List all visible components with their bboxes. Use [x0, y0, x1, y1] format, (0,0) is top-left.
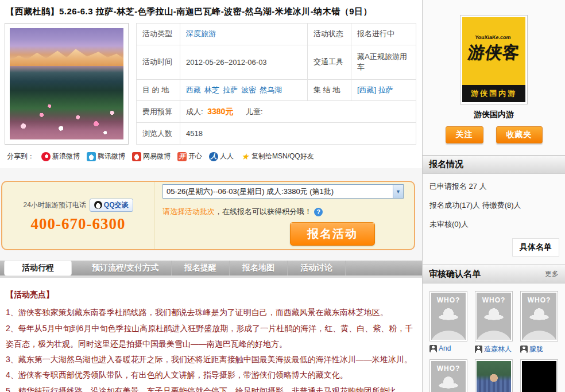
member-icon — [475, 346, 482, 353]
organizer-logo: YouXiaKe.com 游侠客 游侠国内游 — [462, 17, 525, 102]
destination-link[interactable]: 林芝 — [204, 86, 219, 94]
qq-chat-button[interactable]: QQ交谈 — [90, 199, 133, 212]
who-placeholder: WHO? — [431, 364, 466, 372]
organizer-logo-card[interactable]: YouXiaKe.com 游侠客 游侠国内游 — [460, 15, 528, 104]
member-avatar[interactable] — [520, 359, 558, 392]
share-renren[interactable]: 人人人 — [209, 152, 234, 161]
member-avatar[interactable] — [475, 359, 513, 392]
member-avatar[interactable]: WHO? — [520, 291, 558, 341]
signup-stats: 已申请报名 27 人 报名成功(17)人 待缴费(8)人 未审核(0)人 具体名… — [423, 174, 565, 265]
share-tencent-weibo[interactable]: 腾讯微博 — [87, 152, 125, 161]
kaixin-icon: 开 — [177, 152, 187, 161]
phone-number: 400-670-6300 — [2, 215, 154, 233]
highlight-item: 5、精华纯玩行摄线路，沿途如有美景，车子只要能停就会停下，给足时间摄影，非普通走… — [6, 383, 414, 392]
destination-link[interactable]: 拉萨 — [223, 86, 238, 94]
activity-time-label: 活动时间 — [137, 45, 180, 79]
gathering-place-link[interactable]: [西藏] 拉萨 — [357, 86, 393, 94]
member-card: 别来无恙 — [520, 359, 558, 392]
activity-time-value: 2012-05-26~2012-06-03 — [180, 45, 308, 79]
table-row: 目 的 地 西藏林芝拉萨波密然乌湖 集 结 地 [西藏] 拉萨 — [137, 79, 416, 101]
activity-type-link[interactable]: 深度旅游 — [186, 29, 216, 38]
tencent-weibo-icon — [87, 152, 96, 161]
activity-status-label: 活动状态 — [308, 24, 351, 45]
netease-weibo-icon — [132, 152, 141, 161]
member-icon — [520, 346, 528, 353]
highlight-item: 2、每年从5月中旬到6月中旬色季拉山高原杜鹃进入狂野盛放期，形成了一片杜鹃的海洋… — [6, 321, 414, 352]
tour-photo — [10, 28, 123, 139]
share-kaixin[interactable]: 开开心 — [177, 152, 202, 161]
table-row: 费用预算 成人: 3380元 儿童: — [137, 101, 416, 123]
detail-list-button[interactable]: 具体名单 — [512, 238, 559, 257]
share-sina-weibo[interactable]: 新浪微博 — [41, 152, 80, 161]
select-batch-hint: 请选择活动批次 — [162, 207, 215, 217]
activity-status-value: 报名进行中 — [351, 24, 416, 45]
highlight-item: 3、藏东第一大湖然乌湖也进入春暖花开之际，我们还将近距离接触中国最美海拔最低的海… — [6, 352, 414, 367]
booking-note: 请选择活动批次 ，在线报名可以获得积分哦！ ? — [162, 207, 404, 217]
member-card: WHO? 朦胧 — [520, 291, 558, 354]
tab-bar: 活动行程 预订流程/支付方式 报名提醒 报名地图 活动讨论 — [0, 261, 422, 278]
member-card: WHO? 雨月枫林 — [429, 359, 467, 392]
member-avatar[interactable]: WHO? — [475, 291, 513, 341]
member-card: WHO? 造森林人 — [475, 291, 513, 354]
favorite-button[interactable]: 收藏夹 — [496, 126, 543, 143]
signup-status-header: 报名情况 — [423, 155, 565, 174]
member-photo — [522, 361, 556, 392]
confirmed-members-grid: WHO? And WHO? 造森林人 WHO? 朦胧 WHO? 雨月枫林 晓风残… — [423, 284, 565, 392]
renren-icon: 人 — [209, 152, 218, 161]
who-placeholder: WHO? — [477, 296, 511, 304]
sina-weibo-icon — [41, 152, 51, 161]
star-icon: ★ — [241, 152, 250, 161]
signup-button[interactable]: 报名活动 — [290, 222, 375, 246]
main-column: 【西藏杜鹃】5.26-6.3 拉萨-林芝-色季拉山-南迦巴瓦峰-波密-然乌湖-米… — [0, 0, 422, 392]
destination-links: 西藏林芝拉萨波密然乌湖 — [180, 79, 308, 101]
who-placeholder: WHO? — [431, 296, 466, 304]
member-photo — [477, 361, 511, 392]
activity-type-label: 活动类型 — [137, 24, 180, 45]
share-row: 分享到： 新浪微博 腾讯微博 网易微博 开开心 人人人 ★复制给MSN/QQ好友 — [5, 145, 416, 168]
tour-info-table: 活动类型 深度旅游 活动状态 报名进行中 活动时间 2012-05-26~201… — [136, 23, 416, 145]
follow-button[interactable]: 关注 — [446, 126, 483, 143]
tour-photo-frame — [5, 23, 129, 145]
organizer-name: 游侠国内游 — [423, 110, 565, 120]
batch-select[interactable]: 05-26(星期六)--06-03(星期日) 成人:3380元 (第1批) — [162, 184, 404, 199]
share-msn-qq[interactable]: ★复制给MSN/QQ好友 — [241, 152, 314, 161]
more-link[interactable]: 更多 — [545, 269, 559, 279]
member-name-link[interactable]: 朦胧 — [529, 344, 543, 354]
unreviewed-count: 未审核(0)人 — [429, 219, 558, 230]
phone-label: 24小时旅游预订电话 — [23, 200, 86, 210]
transport-label: 交通工具 — [308, 45, 351, 79]
destination-link[interactable]: 西藏 — [186, 86, 201, 94]
page: 【西藏杜鹃】5.26-6.3 拉萨-林芝-色季拉山-南迦巴瓦峰-波密-然乌湖-米… — [0, 0, 565, 392]
destination-link[interactable]: 然乌湖 — [260, 86, 282, 94]
points-hint: ，在线报名可以获得积分哦！ — [215, 207, 312, 217]
tab-signup-map[interactable]: 报名地图 — [230, 261, 288, 275]
table-row: 活动类型 深度旅游 活动状态 报名进行中 — [137, 24, 416, 45]
adult-label: 成人: — [186, 107, 203, 116]
adult-price: 3380元 — [207, 107, 233, 116]
member-avatar[interactable]: WHO? — [429, 291, 467, 341]
logo-strip-text: 游侠国内游 — [462, 85, 525, 102]
destination-link[interactable]: 波密 — [241, 86, 256, 94]
who-placeholder: WHO? — [522, 296, 556, 304]
success-pending-count: 报名成功(17)人 待缴费(8)人 — [429, 200, 558, 211]
booking-form: 05-26(星期六)--06-03(星期日) 成人:3380元 (第1批) ▼ … — [154, 182, 414, 249]
share-netease-weibo[interactable]: 网易微博 — [132, 152, 171, 161]
highlight-item: 1、游侠客独家策划藏东南春季杜鹃线路，我们都说去珠峰是为了证明自己，而西藏风景在… — [6, 305, 414, 320]
highlights-title: 【活动亮点】 — [6, 287, 414, 302]
member-name-link[interactable]: 造森林人 — [484, 344, 512, 354]
tab-signup-reminder[interactable]: 报名提醒 — [172, 261, 230, 275]
tab-itinerary[interactable]: 活动行程 — [5, 261, 71, 275]
member-avatar[interactable]: WHO? — [429, 359, 467, 392]
member-name-link[interactable]: And — [439, 344, 451, 352]
member-icon — [429, 345, 437, 352]
confirmed-list-header: 审核确认名单 更多 — [423, 265, 565, 284]
destination-label: 目 的 地 — [137, 79, 180, 101]
help-icon[interactable]: ? — [314, 208, 323, 216]
tab-discussion[interactable]: 活动讨论 — [288, 261, 346, 275]
sidebar: YouXiaKe.com 游侠客 游侠国内游 游侠国内游 关注 收藏夹 报名情况… — [422, 0, 565, 392]
member-card: 晓风残月 — [475, 359, 513, 392]
tab-booking-process[interactable]: 预订流程/支付方式 — [79, 261, 172, 275]
logo-site-text: YouXiaKe.com — [462, 17, 525, 40]
views-label: 浏览人数 — [137, 123, 180, 145]
booking-panel: 24小时旅游预订电话 QQ交谈 400-670-6300 05-26(星期六)-… — [1, 181, 415, 250]
